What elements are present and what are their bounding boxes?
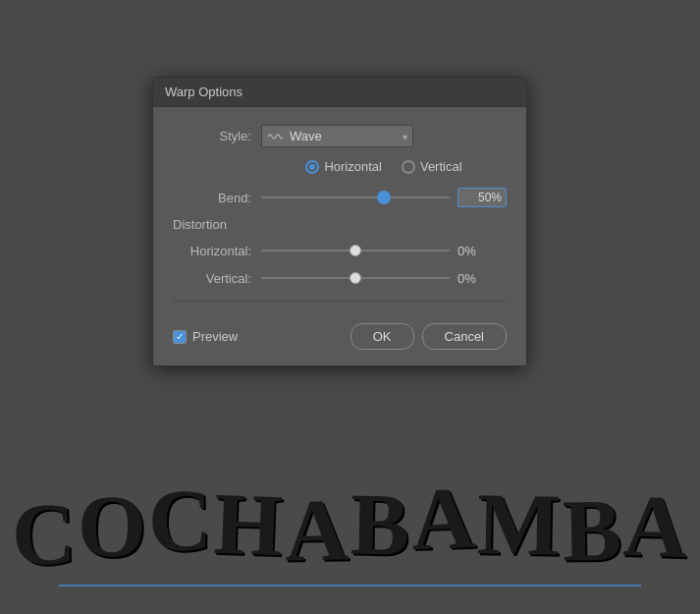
distortion-header: Distortion xyxy=(173,217,507,232)
bg-letter-8: M xyxy=(476,473,564,576)
bend-slider-container[interactable] xyxy=(261,189,450,206)
bg-letter-6: B xyxy=(350,473,412,575)
dialog-title: Warp Options xyxy=(165,84,242,99)
vertical-dist-label: Vertical: xyxy=(173,271,251,286)
bend-row: Bend: xyxy=(173,188,507,207)
horizontal-dist-row: Horizontal: 0% xyxy=(173,242,507,259)
button-group: OK Cancel xyxy=(350,323,507,350)
underline-bar xyxy=(59,585,641,586)
bg-letter-4: H xyxy=(212,473,287,576)
bg-letter-10: A xyxy=(621,474,691,578)
style-select-wrapper: Wave ▾ xyxy=(261,125,413,147)
preview-checkbox-label[interactable]: Preview xyxy=(173,329,238,344)
vertical-radio-circle xyxy=(402,160,415,174)
bend-value-input[interactable] xyxy=(458,188,507,207)
bottom-row: Preview OK Cancel xyxy=(173,315,507,350)
orientation-row: Horizontal Vertical xyxy=(173,159,507,174)
horizontal-dist-slider-container[interactable] xyxy=(261,242,450,259)
vertical-label: Vertical xyxy=(420,159,462,174)
ok-button[interactable]: OK xyxy=(350,323,414,350)
vertical-dist-track xyxy=(261,277,450,279)
horizontal-dist-label: Horizontal: xyxy=(173,244,251,258)
vertical-dist-value: 0% xyxy=(458,271,507,286)
vertical-dist-slider-container[interactable] xyxy=(261,269,450,287)
style-row: Style: Wave ▾ xyxy=(173,125,507,147)
horizontal-radio-circle xyxy=(305,160,319,174)
bg-letter-1: C xyxy=(10,482,80,586)
dialog-body: Style: Wave ▾ Horizontal Vertical xyxy=(153,107,526,365)
horizontal-dist-thumb[interactable] xyxy=(350,245,361,256)
warp-options-dialog: Warp Options Style: Wave ▾ Horizontal xyxy=(152,77,527,366)
dialog-titlebar: Warp Options xyxy=(153,78,526,107)
bg-letter-5: A xyxy=(284,478,351,581)
vertical-dist-thumb[interactable] xyxy=(350,272,361,284)
vertical-radio[interactable]: Vertical xyxy=(402,159,462,174)
cancel-button[interactable]: Cancel xyxy=(422,323,507,350)
bg-letter-9: B xyxy=(562,478,624,581)
bend-slider-track xyxy=(261,196,450,198)
bend-label: Bend: xyxy=(173,191,251,205)
horizontal-radio[interactable]: Horizontal xyxy=(305,159,382,174)
bend-slider-thumb[interactable] xyxy=(377,191,391,204)
style-label: Style: xyxy=(173,129,251,143)
bg-letter-2: O xyxy=(77,474,149,577)
horizontal-dist-value: 0% xyxy=(458,244,507,258)
preview-checkbox[interactable] xyxy=(173,330,187,344)
bg-letter-7: A xyxy=(409,467,479,570)
style-select[interactable]: Wave xyxy=(261,125,413,147)
vertical-dist-row: Vertical: 0% xyxy=(173,269,507,287)
background-text: C O C H A B A M B A xyxy=(11,483,688,585)
horizontal-label: Horizontal xyxy=(324,159,382,174)
horizontal-dist-track xyxy=(261,250,450,251)
bg-letter-3: C xyxy=(147,469,215,571)
divider xyxy=(173,301,507,302)
preview-label: Preview xyxy=(192,329,238,344)
